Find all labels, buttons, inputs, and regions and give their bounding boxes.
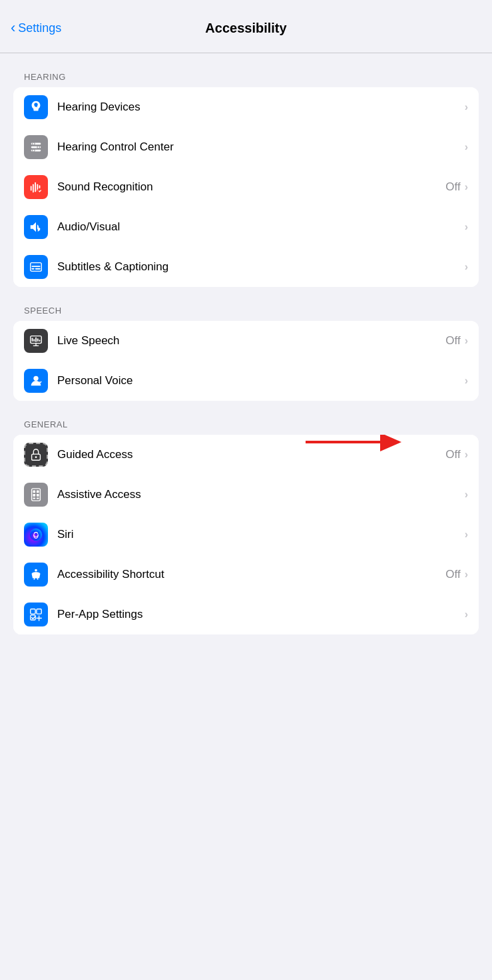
live-speech-label: Live Speech — [57, 334, 445, 348]
svg-rect-17 — [32, 268, 35, 270]
row-hearing-devices[interactable]: Hearing Devices › — [13, 87, 479, 127]
sound-recognition-value: Off — [445, 180, 460, 194]
back-button[interactable]: ‹ Settings — [11, 21, 61, 35]
svg-rect-24 — [37, 338, 39, 342]
hearing-group: Hearing Devices › Hearing Control Center — [13, 87, 479, 287]
per-app-settings-chevron: › — [465, 609, 468, 620]
row-audio-visual[interactable]: Audio/Visual › — [13, 207, 479, 247]
svg-rect-21 — [32, 338, 33, 342]
header: ‹ Settings Accessibility — [0, 0, 492, 53]
hearing-control-center-label: Hearing Control Center — [57, 140, 465, 154]
row-per-app-settings[interactable]: Per-App Settings › — [13, 595, 479, 634]
guided-access-value: Off — [445, 448, 460, 461]
svg-rect-19 — [32, 266, 41, 267]
hearing-control-center-icon — [24, 135, 48, 159]
row-live-speech[interactable]: Live Speech Off › — [13, 321, 479, 361]
svg-point-4 — [33, 143, 35, 145]
svg-rect-37 — [37, 498, 39, 499]
hearing-devices-chevron: › — [465, 101, 468, 113]
row-hearing-control-center[interactable]: Hearing Control Center › — [13, 127, 479, 167]
sound-recognition-icon — [24, 175, 48, 199]
row-sound-recognition[interactable]: Sound Recognition Off › — [13, 167, 479, 207]
assistive-access-chevron: › — [465, 489, 468, 501]
personal-voice-icon — [24, 369, 48, 393]
svg-rect-10 — [33, 184, 34, 192]
svg-rect-34 — [33, 494, 35, 497]
svg-rect-23 — [35, 338, 37, 342]
audio-visual-icon — [24, 215, 48, 239]
general-group: Guided Access Off › — [13, 435, 479, 634]
sound-recognition-chevron: › — [465, 181, 468, 193]
per-app-settings-label: Per-App Settings — [57, 608, 465, 621]
siri-chevron: › — [465, 529, 468, 541]
row-personal-voice[interactable]: Personal Voice › — [13, 361, 479, 401]
personal-voice-label: Personal Voice — [57, 374, 465, 387]
guided-access-chevron: › — [465, 449, 468, 461]
svg-point-40 — [35, 569, 37, 572]
svg-rect-22 — [33, 339, 35, 342]
svg-point-28 — [35, 456, 37, 458]
speech-group: Live Speech Off › Personal Voice › — [13, 321, 479, 401]
back-label: Settings — [18, 21, 61, 35]
svg-rect-9 — [31, 186, 32, 190]
siri-icon — [24, 523, 48, 547]
guided-access-icon — [24, 443, 48, 467]
audio-visual-chevron: › — [465, 221, 468, 233]
assistive-access-label: Assistive Access — [57, 488, 465, 501]
section-speech: SPEECH Live Speech Off › — [0, 306, 492, 401]
section-label-speech: SPEECH — [13, 306, 479, 316]
row-accessibility-shortcut[interactable]: Accessibility Shortcut Off › — [13, 555, 479, 595]
svg-rect-35 — [37, 494, 39, 497]
accessibility-shortcut-chevron: › — [465, 569, 468, 581]
subtitles-captioning-chevron: › — [465, 261, 468, 273]
live-speech-value: Off — [445, 334, 460, 348]
audio-visual-label: Audio/Visual — [57, 220, 465, 234]
section-general: GENERAL Guided Access Off — [0, 419, 492, 634]
siri-label: Siri — [57, 528, 465, 541]
row-guided-access[interactable]: Guided Access Off › — [13, 435, 479, 475]
hearing-devices-icon — [24, 95, 48, 119]
svg-rect-33 — [37, 491, 39, 493]
assistive-access-icon — [24, 483, 48, 507]
svg-rect-45 — [37, 609, 41, 614]
svg-rect-11 — [35, 182, 36, 192]
live-speech-icon — [24, 329, 48, 353]
guided-access-label: Guided Access — [57, 448, 445, 461]
section-hearing: HEARING Hearing Devices › — [0, 72, 492, 287]
row-siri[interactable]: Siri › — [13, 515, 479, 555]
svg-point-26 — [33, 376, 38, 381]
subtitles-captioning-icon — [24, 255, 48, 279]
accessibility-shortcut-label: Accessibility Shortcut — [57, 568, 445, 581]
row-assistive-access[interactable]: Assistive Access › — [13, 475, 479, 515]
section-label-hearing: HEARING — [13, 72, 479, 82]
section-label-general: GENERAL — [13, 419, 479, 429]
back-chevron-icon: ‹ — [11, 21, 15, 35]
subtitles-captioning-label: Subtitles & Captioning — [57, 260, 465, 274]
svg-rect-25 — [39, 340, 41, 342]
per-app-settings-icon — [24, 603, 48, 626]
page-title: Accessibility — [205, 21, 286, 36]
personal-voice-chevron: › — [465, 375, 468, 387]
accessibility-shortcut-icon — [24, 563, 48, 587]
hearing-devices-label: Hearing Devices — [57, 101, 465, 114]
svg-rect-44 — [31, 609, 35, 614]
sound-recognition-label: Sound Recognition — [57, 180, 445, 194]
svg-point-6 — [37, 146, 39, 148]
row-subtitles-captioning[interactable]: Subtitles & Captioning › — [13, 247, 479, 287]
svg-rect-18 — [35, 268, 40, 270]
live-speech-chevron: › — [465, 335, 468, 347]
hearing-control-center-chevron: › — [465, 141, 468, 153]
svg-point-38 — [30, 529, 42, 541]
svg-point-8 — [33, 150, 35, 152]
svg-rect-32 — [33, 491, 35, 493]
accessibility-shortcut-value: Off — [445, 568, 460, 581]
svg-rect-36 — [33, 498, 35, 499]
